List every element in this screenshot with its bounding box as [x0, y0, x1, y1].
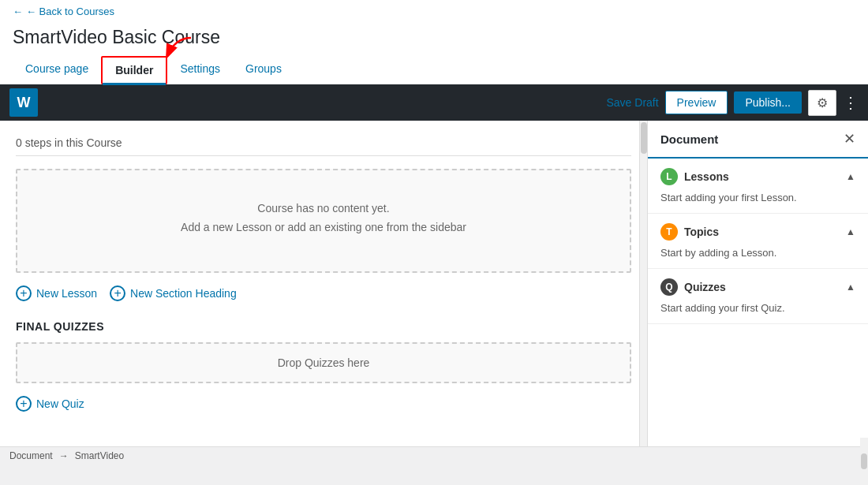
- lessons-description: Start adding your first Lesson.: [660, 192, 855, 203]
- add-quiz-buttons: + New Quiz: [16, 396, 631, 412]
- publish-button[interactable]: Publish...: [734, 91, 802, 114]
- scrollbar-track[interactable]: [639, 121, 647, 446]
- header-section: ← ← Back to Courses SmartVideo Basic Cou…: [0, 0, 868, 84]
- status-smart-video: SmartVideo: [75, 450, 124, 461]
- course-title: SmartVideo Basic Course: [13, 19, 855, 53]
- sidebar-section-topics: T Topics ▲ Start by adding a Lesson.: [648, 214, 868, 269]
- tab-groups[interactable]: Groups: [233, 56, 294, 84]
- lessons-chevron: ▲: [846, 171, 855, 182]
- quiz-drop-area[interactable]: Drop Quizzes here: [16, 342, 631, 383]
- quizzes-label: Quizzes: [684, 281, 726, 293]
- empty-course-box: Course has no content yet. Add a new Les…: [16, 169, 631, 273]
- content-area: 0 steps in this Course Course has no con…: [0, 121, 647, 446]
- quizzes-badge: Q: [660, 278, 678, 296]
- sidebar-section-lessons: L Lessons ▲ Start adding your first Less…: [648, 159, 868, 214]
- sidebar-close-button[interactable]: ✕: [844, 130, 855, 147]
- topics-header[interactable]: T Topics ▲: [660, 223, 855, 241]
- settings-button[interactable]: ⚙: [808, 90, 836, 116]
- add-section-button[interactable]: + New Section Heading: [110, 285, 237, 301]
- add-lesson-button[interactable]: + New Lesson: [16, 285, 97, 301]
- quizzes-header[interactable]: Q Quizzes ▲: [660, 278, 855, 296]
- topics-chevron: ▲: [846, 226, 855, 237]
- arrow-indicator: [152, 34, 199, 65]
- sidebar-section-quizzes: Q Quizzes ▲ Start adding your first Quiz…: [648, 269, 868, 324]
- toolbar-right: Save Draft Preview Publish... ⚙ ⋮: [606, 90, 859, 116]
- lessons-badge: L: [660, 168, 678, 185]
- scrollbar-thumb[interactable]: [641, 122, 647, 154]
- topics-badge: T: [660, 223, 678, 241]
- empty-line1: Course has no content yet.: [33, 202, 614, 215]
- lessons-header[interactable]: L Lessons ▲: [660, 168, 855, 185]
- back-arrow-icon: ←: [13, 6, 23, 17]
- back-to-courses-link[interactable]: ← ← Back to Courses: [13, 6, 114, 17]
- toolbar: W Save Draft Preview Publish... ⚙ ⋮: [0, 84, 868, 121]
- status-bar: Document → SmartVideo: [0, 446, 868, 464]
- toolbar-left: W: [9, 88, 38, 117]
- divider: [16, 155, 631, 156]
- sidebar-header: Document ✕: [648, 121, 868, 159]
- tab-course-page[interactable]: Course page: [13, 56, 101, 84]
- add-lesson-label: New Lesson: [36, 287, 97, 300]
- status-document: Document: [9, 450, 53, 461]
- add-section-label: New Section Heading: [130, 287, 237, 300]
- back-link-text: ← Back to Courses: [26, 6, 114, 17]
- more-button[interactable]: ⋮: [843, 93, 859, 112]
- quizzes-description: Start adding your first Quiz.: [660, 302, 855, 314]
- add-quiz-icon: +: [16, 396, 32, 412]
- quizzes-chevron: ▲: [846, 282, 855, 293]
- sidebar-title: Document: [660, 132, 718, 146]
- sidebar-scrollbar[interactable]: [860, 438, 868, 446]
- topics-description: Start by adding a Lesson.: [660, 247, 855, 259]
- topics-label: Topics: [684, 226, 719, 238]
- add-buttons: + New Lesson + New Section Heading: [16, 285, 631, 301]
- empty-line2: Add a new Lesson or add an existing one …: [33, 221, 614, 233]
- preview-button[interactable]: Preview: [665, 91, 728, 114]
- status-arrow: →: [59, 450, 69, 461]
- wp-logo: W: [9, 88, 38, 117]
- steps-info: 0 steps in this Course: [16, 136, 631, 149]
- sidebar: Document ✕ L Lessons ▲ Start adding your…: [647, 121, 868, 446]
- topics-title: T Topics: [660, 223, 719, 241]
- add-lesson-icon: +: [16, 285, 32, 301]
- nav-tabs: Course page Builder Settings: [13, 56, 855, 84]
- main-area: 0 steps in this Course Course has no con…: [0, 121, 868, 446]
- add-section-icon: +: [110, 285, 125, 301]
- add-quiz-label: New Quiz: [36, 397, 84, 410]
- lessons-label: Lessons: [684, 170, 729, 183]
- quizzes-title: Q Quizzes: [660, 278, 726, 296]
- quiz-drop-text: Drop Quizzes here: [278, 356, 370, 369]
- lessons-title: L Lessons: [660, 168, 729, 185]
- add-quiz-button[interactable]: + New Quiz: [16, 396, 84, 412]
- final-quizzes-title: FINAL QUIZZES: [16, 320, 631, 333]
- save-draft-button[interactable]: Save Draft: [606, 96, 658, 109]
